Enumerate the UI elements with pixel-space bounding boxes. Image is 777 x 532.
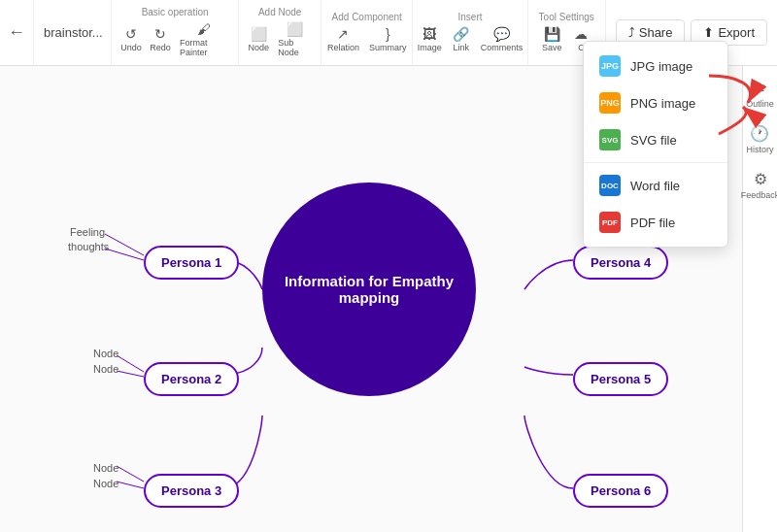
- word-icon: DOC: [599, 175, 621, 196]
- summary-button[interactable]: } Summary: [365, 24, 411, 54]
- redo-button[interactable]: ↻ Redo: [147, 24, 174, 54]
- insert-group: Insert 🖼 Image 🔗 Link 💬 Comments: [413, 0, 527, 65]
- sidebar-item-outline[interactable]: ≡ Outline: [744, 76, 776, 113]
- history-icon: 🕐: [750, 124, 769, 143]
- redo-icon: ↻: [154, 26, 166, 42]
- outline-icon: ≡: [756, 80, 764, 97]
- back-button[interactable]: ←: [0, 0, 34, 65]
- export-svg-item[interactable]: SVG SVG file: [584, 121, 727, 158]
- png-icon: PNG: [599, 92, 621, 114]
- svg-line-2: [117, 355, 144, 372]
- node-button[interactable]: ⬜ Node: [245, 24, 272, 54]
- image-button[interactable]: 🖼 Image: [414, 24, 446, 54]
- save-icon: 💾: [544, 26, 560, 42]
- export-png-item[interactable]: PNG PNG image: [584, 84, 727, 121]
- link-button[interactable]: 🔗 Link: [448, 24, 475, 54]
- sidebar-item-history[interactable]: 🕐 History: [744, 120, 775, 158]
- node-icon: ⬜: [251, 26, 267, 42]
- node-label-1: Node: [93, 348, 118, 359]
- add-component-group: Add Component ↗ Relation } Summary: [321, 0, 413, 65]
- jpg-icon: JPG: [599, 55, 621, 77]
- feeling-label: Feeling: [70, 226, 105, 238]
- image-icon: 🖼: [422, 26, 436, 42]
- export-jpg-item[interactable]: JPG JPG image: [584, 48, 727, 84]
- persona-5-node[interactable]: Persona 5: [573, 362, 668, 396]
- right-sidebar: ≡ Outline 🕐 History ⚙ Feedback: [742, 66, 777, 532]
- center-node[interactable]: Information for Empathy mapping: [262, 183, 476, 396]
- summary-icon: }: [386, 26, 390, 42]
- format-painter-button[interactable]: 🖌 Format Painter: [176, 19, 232, 59]
- persona-1-node[interactable]: Persona 1: [144, 246, 239, 280]
- pdf-icon: PDF: [599, 212, 621, 233]
- svg-line-0: [105, 234, 144, 255]
- thoughts-label: thoughts: [68, 241, 109, 252]
- dropdown-divider: [584, 162, 727, 163]
- insert-label: Insert: [457, 12, 482, 22]
- link-icon: 🔗: [453, 26, 469, 42]
- save-button[interactable]: 💾 Save: [538, 24, 566, 54]
- undo-button[interactable]: ↺ Undo: [118, 24, 145, 54]
- share-icon: ⤴: [628, 25, 635, 40]
- sidebar-item-feedback[interactable]: ⚙ Feedback: [739, 166, 777, 204]
- svg-line-1: [105, 249, 144, 260]
- export-icon: ⬆: [703, 25, 714, 40]
- svg-line-3: [117, 371, 144, 377]
- export-pdf-item[interactable]: PDF PDF file: [584, 204, 727, 241]
- format-painter-icon: 🖌: [197, 21, 211, 37]
- add-node-group: Add Node ⬜ Node ⬜ Sub Node: [239, 0, 321, 65]
- add-component-label: Add Component: [332, 12, 402, 22]
- persona-4-node[interactable]: Persona 4: [573, 246, 668, 280]
- svg-line-4: [117, 466, 144, 482]
- persona-3-node[interactable]: Persona 3: [144, 474, 239, 508]
- relation-icon: ↗: [337, 26, 349, 42]
- export-dropdown: JPG JPG image PNG PNG image SVG SVG file…: [583, 41, 728, 248]
- svg-icon: SVG: [599, 129, 621, 150]
- add-node-label: Add Node: [258, 7, 301, 17]
- relation-button[interactable]: ↗ Relation: [323, 24, 363, 54]
- sub-node-icon: ⬜: [287, 21, 303, 37]
- basic-operation-label: Basic operation: [142, 7, 209, 17]
- persona-6-node[interactable]: Persona 6: [573, 474, 668, 508]
- feedback-icon: ⚙: [754, 170, 767, 188]
- basic-operation-group: Basic operation ↺ Undo ↻ Redo 🖌 Format P…: [112, 0, 239, 65]
- export-word-item[interactable]: DOC Word file: [584, 167, 727, 204]
- svg-line-5: [117, 482, 144, 488]
- undo-icon: ↺: [125, 26, 137, 42]
- persona-2-node[interactable]: Persona 2: [144, 362, 239, 396]
- node-label-4: Node: [93, 478, 118, 489]
- app-title: brainstor...: [34, 0, 112, 65]
- comments-button[interactable]: 💬 Comments: [477, 24, 527, 54]
- comments-icon: 💬: [493, 26, 510, 42]
- node-label-2: Node: [93, 363, 118, 375]
- node-label-3: Node: [93, 462, 118, 474]
- tool-settings-label: Tool Settings: [539, 12, 594, 22]
- sub-node-button[interactable]: ⬜ Sub Node: [274, 19, 315, 59]
- cloud-icon: ☁: [574, 26, 588, 42]
